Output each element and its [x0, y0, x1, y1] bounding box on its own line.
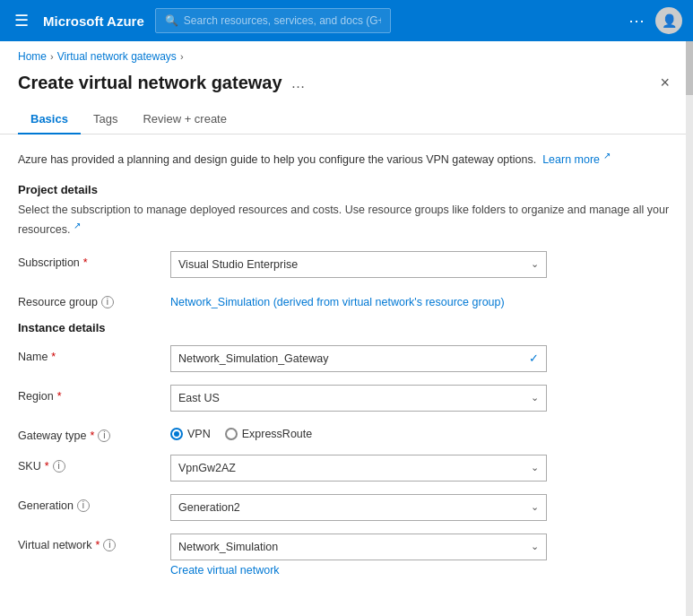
region-required: *	[57, 390, 62, 403]
topbar: ☰ Microsoft Azure 🔍 ⋯ 👤	[0, 0, 693, 41]
instance-details-heading: Instance details	[18, 321, 675, 334]
vpn-label: VPN	[187, 428, 211, 440]
generation-value: Generation2	[178, 501, 240, 514]
subscription-dropdown-arrow: ⌄	[531, 258, 539, 270]
sku-dropdown[interactable]: VpnGw2AZ ⌄	[170, 455, 547, 482]
breadcrumb-home[interactable]: Home	[18, 50, 47, 63]
sku-info-icon[interactable]: i	[53, 460, 65, 473]
avatar[interactable]: 👤	[655, 7, 682, 34]
sku-required: *	[45, 460, 49, 473]
gateway-type-radio-group: VPN ExpressRoute	[170, 424, 675, 440]
info-banner: Azure has provided a planning and design…	[18, 149, 675, 169]
virtual-network-control: Network_Simulation ⌄ Create virtual netw…	[170, 534, 675, 577]
name-row: Name * Network_Simulation_Gateway ✓	[18, 345, 675, 372]
gateway-type-control: VPN ExpressRoute	[170, 424, 675, 440]
create-virtual-network-link[interactable]: Create virtual network	[170, 564, 675, 577]
expressroute-radio-circle	[225, 428, 238, 440]
resource-group-row: Resource group i Network_Simulation (der…	[18, 291, 675, 308]
virtual-network-info-icon[interactable]: i	[103, 539, 116, 551]
subscription-label: Subscription *	[18, 251, 161, 269]
generation-control: Generation2 ⌄	[170, 494, 675, 521]
region-value: East US	[178, 392, 220, 404]
scrollbar-thumb[interactable]	[686, 41, 693, 95]
page-title: Create virtual network gateway	[18, 73, 282, 93]
region-control: East US ⌄	[170, 385, 675, 412]
gateway-type-vpn[interactable]: VPN	[170, 428, 211, 440]
vpn-radio-circle	[170, 428, 183, 440]
search-icon: 🔍	[165, 14, 178, 27]
tabs: Basics Tags Review + create	[0, 105, 693, 134]
subscription-control: Visual Studio Enterprise ⌄	[170, 251, 675, 278]
resource-group-info-icon[interactable]: i	[101, 296, 114, 308]
external-link-icon: ↗	[603, 151, 611, 161]
gateway-type-required: *	[90, 429, 94, 442]
virtual-network-value: Network_Simulation	[178, 541, 278, 553]
gateway-type-row: Gateway type * i VPN ExpressRoute	[18, 424, 675, 442]
name-check-icon: ✓	[529, 351, 539, 365]
subscription-required: *	[83, 256, 88, 269]
name-required: *	[51, 351, 56, 363]
resource-group-label: Resource group i	[18, 291, 161, 308]
tab-review[interactable]: Review + create	[130, 105, 239, 134]
virtual-network-label: Virtual network * i	[18, 534, 161, 551]
region-dropdown-arrow: ⌄	[531, 392, 539, 403]
breadcrumb-sep-2: ›	[180, 51, 184, 62]
virtual-network-dropdown-arrow: ⌄	[531, 541, 539, 552]
hamburger-icon[interactable]: ☰	[11, 7, 32, 34]
project-details-heading: Project details	[18, 183, 675, 196]
name-dropdown[interactable]: Network_Simulation_Gateway ✓	[170, 345, 547, 372]
sku-row: SKU * i VpnGw2AZ ⌄	[18, 455, 675, 482]
virtual-network-required: *	[95, 539, 100, 551]
name-control: Network_Simulation_Gateway ✓	[170, 345, 675, 372]
gateway-type-info-icon[interactable]: i	[98, 429, 110, 442]
tab-basics[interactable]: Basics	[18, 105, 81, 134]
subscription-dropdown[interactable]: Visual Studio Enterprise ⌄	[170, 251, 547, 278]
sku-label: SKU * i	[18, 455, 161, 473]
more-options-icon[interactable]: ⋯	[628, 11, 645, 30]
project-details-link-icon[interactable]: ↗	[74, 221, 81, 230]
sku-dropdown-arrow: ⌄	[531, 462, 539, 473]
app-title: Microsoft Azure	[43, 13, 144, 29]
breadcrumb-parent[interactable]: Virtual network gateways	[57, 50, 177, 63]
region-label: Region *	[18, 385, 161, 403]
tab-tags[interactable]: Tags	[81, 105, 130, 134]
name-label: Name *	[18, 345, 161, 363]
gateway-type-expressroute[interactable]: ExpressRoute	[225, 428, 313, 440]
region-dropdown[interactable]: East US ⌄	[170, 385, 547, 412]
generation-dropdown-arrow: ⌄	[531, 501, 539, 513]
generation-info-icon[interactable]: i	[77, 499, 90, 512]
sku-control: VpnGw2AZ ⌄	[170, 455, 675, 482]
search-bar[interactable]: 🔍	[155, 8, 391, 33]
gateway-type-label: Gateway type * i	[18, 424, 161, 442]
learn-more-link[interactable]: Learn more ↗	[542, 153, 610, 166]
region-row: Region * East US ⌄	[18, 385, 675, 412]
breadcrumb: Home › Virtual network gateways ›	[0, 41, 693, 66]
close-button[interactable]: ×	[654, 72, 675, 94]
form-content: Azure has provided a planning and design…	[0, 134, 693, 616]
main-panel: Home › Virtual network gateways › Create…	[0, 41, 693, 616]
generation-label: Generation i	[18, 494, 161, 512]
generation-dropdown[interactable]: Generation2 ⌄	[170, 494, 547, 521]
virtual-network-row: Virtual network * i Network_Simulation ⌄…	[18, 534, 675, 577]
virtual-network-dropdown[interactable]: Network_Simulation ⌄	[170, 534, 547, 560]
resource-group-control: Network_Simulation (derived from virtual…	[170, 291, 675, 308]
subscription-row: Subscription * Visual Studio Enterprise …	[18, 251, 675, 278]
search-input[interactable]	[184, 14, 381, 27]
generation-row: Generation i Generation2 ⌄	[18, 494, 675, 521]
project-details-desc: Select the subscription to manage deploy…	[18, 202, 675, 239]
info-banner-text: Azure has provided a planning and design…	[18, 153, 536, 166]
expressroute-label: ExpressRoute	[242, 428, 313, 440]
page-more-icon[interactable]: …	[291, 75, 306, 91]
name-value: Network_Simulation_Gateway	[178, 352, 328, 365]
scrollbar-track	[686, 41, 693, 616]
breadcrumb-sep-1: ›	[50, 51, 54, 62]
page-header: Create virtual network gateway … ×	[0, 66, 693, 105]
sku-value: VpnGw2AZ	[178, 462, 236, 474]
subscription-value: Visual Studio Enterprise	[178, 258, 298, 271]
resource-group-value: Network_Simulation (derived from virtual…	[170, 291, 675, 308]
